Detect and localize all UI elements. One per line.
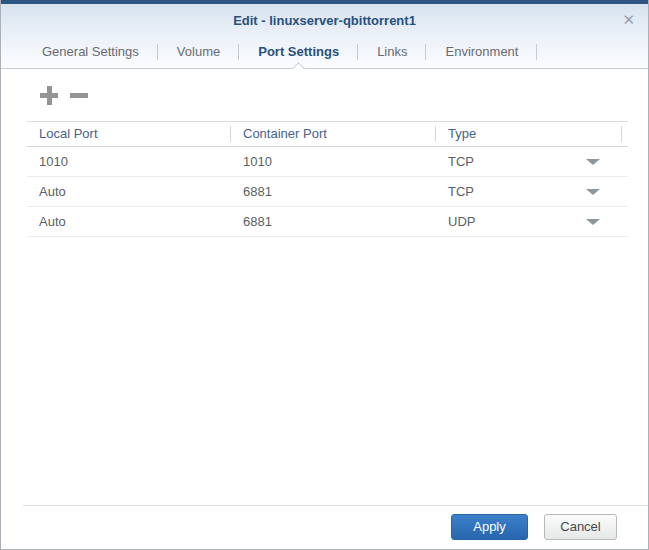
add-port-button[interactable] — [39, 85, 59, 105]
tab-label: Port Settings — [258, 44, 339, 59]
edit-container-dialog: Edit - linuxserver-qbittorrent1 ✕ Genera… — [0, 0, 649, 550]
local-port-value[interactable]: Auto — [27, 184, 231, 199]
table-row[interactable]: Auto 6881 TCP — [27, 177, 628, 207]
tab-links[interactable]: Links — [358, 36, 426, 68]
tab-label: Environment — [445, 44, 518, 59]
dialog-footer: Apply Cancel — [23, 505, 648, 549]
tab-label: Links — [377, 44, 407, 59]
table-row[interactable]: Auto 6881 UDP — [27, 207, 628, 237]
port-table: Local Port Container Port Type 1010 1010… — [27, 121, 628, 237]
type-value: TCP — [448, 154, 474, 169]
page-title: Edit - linuxserver-qbittorrent1 — [233, 13, 416, 28]
local-port-value[interactable]: Auto — [27, 214, 231, 229]
port-settings-panel: Local Port Container Port Type 1010 1010… — [1, 69, 648, 237]
tab-volume[interactable]: Volume — [158, 36, 239, 68]
column-header-type: Type — [436, 126, 622, 142]
type-select[interactable]: UDP — [436, 214, 622, 229]
port-toolbar — [27, 81, 648, 105]
tab-port-settings[interactable]: Port Settings — [239, 36, 358, 68]
type-select[interactable]: TCP — [436, 184, 622, 199]
tab-label: General Settings — [42, 44, 139, 59]
tab-general-settings[interactable]: General Settings — [23, 36, 158, 68]
tab-bar: General Settings Volume Port Settings Li… — [1, 36, 648, 69]
container-port-value[interactable]: 6881 — [231, 214, 436, 229]
chevron-down-icon[interactable] — [586, 159, 600, 165]
container-port-value[interactable]: 1010 — [231, 154, 436, 169]
chevron-down-icon[interactable] — [586, 189, 600, 195]
close-icon[interactable]: ✕ — [622, 12, 635, 28]
cancel-button[interactable]: Cancel — [544, 514, 617, 540]
type-value: TCP — [448, 184, 474, 199]
remove-port-button[interactable] — [69, 85, 89, 105]
tab-environment[interactable]: Environment — [426, 36, 537, 68]
type-value: UDP — [448, 214, 475, 229]
table-header-row: Local Port Container Port Type — [27, 121, 628, 147]
type-select[interactable]: TCP — [436, 154, 622, 169]
local-port-value[interactable]: 1010 — [27, 154, 231, 169]
tab-label: Volume — [177, 44, 220, 59]
container-port-value[interactable]: 6881 — [231, 184, 436, 199]
apply-button[interactable]: Apply — [451, 514, 528, 540]
table-row[interactable]: 1010 1010 TCP — [27, 147, 628, 177]
column-header-container-port: Container Port — [231, 126, 436, 142]
chevron-down-icon[interactable] — [586, 219, 600, 225]
column-header-local-port: Local Port — [27, 126, 231, 142]
dialog-titlebar: Edit - linuxserver-qbittorrent1 ✕ — [1, 4, 648, 36]
